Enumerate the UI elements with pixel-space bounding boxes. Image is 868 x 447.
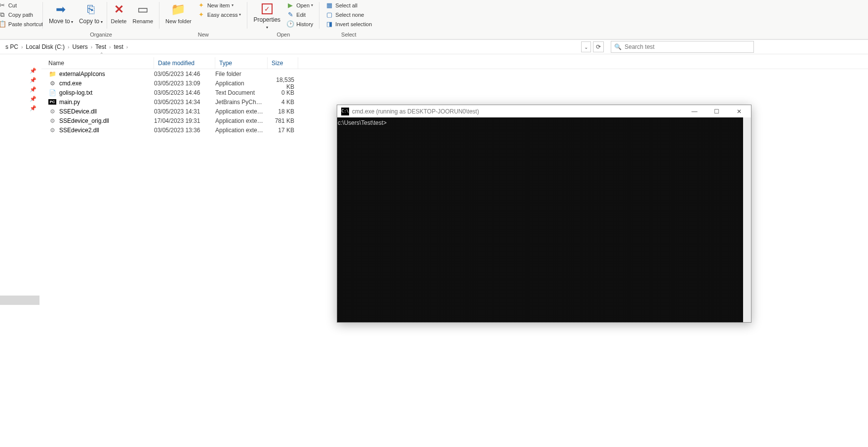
properties-button[interactable]: ✓ Properties▾ [250,0,283,31]
pin-icon: 📌 [0,94,41,104]
paste-shortcut-label: Paste shortcut [8,21,43,27]
invert-selection-label: Invert selection [335,21,372,27]
new-item-icon: ✦ [197,1,205,9]
select-none-button[interactable]: ▢Select none [324,10,373,19]
invert-selection-button[interactable]: ◨Invert selection [324,19,373,29]
address-dropdown[interactable]: ⌄ [581,41,591,52]
ribbon-group-new: 📁 New folder ✦New item▾ ✦Easy access▾ Ne… [160,0,246,39]
file-date: 03/05/2023 14:34 [154,99,215,106]
file-type: File folder [215,71,268,77]
file-name: cmd.exe [59,80,81,87]
file-row[interactable]: 📁externalAppIcons03/05/2023 14:46File fo… [41,69,868,78]
paste-shortcut-button[interactable]: 📋Paste shortcut [0,19,44,29]
file-row[interactable]: 📄golisp-log.txt03/05/2023 14:46Text Docu… [41,88,868,97]
select-none-icon: ▢ [325,11,333,19]
folder-icon: 📁 [48,70,56,78]
file-name: SSEDevice.dll [59,108,97,115]
delete-button[interactable]: ✕ Delete [108,0,130,31]
column-header-size[interactable]: Size [268,57,298,69]
edit-button[interactable]: ✎Edit [285,10,314,19]
cmd-titlebar[interactable]: C:\ cmd.exe (running as DESKTOP-JOORUN0\… [337,105,751,117]
new-folder-button[interactable]: 📁 New folder [162,0,195,31]
dll-file-icon: ⚙ [48,126,56,134]
breadcrumb[interactable]: s PC› Local Disk (C:)› Users› Test› test… [1,41,582,53]
pin-icon: 📌 [0,85,41,94]
breadcrumb-segment[interactable]: Local Disk (C:) [24,43,66,50]
pin-icon: 📌 [0,104,41,113]
navigation-pane[interactable]: 📌 📌 📌 📌 📌 [0,54,41,447]
file-type: Application exten... [215,117,268,124]
chevron-right-icon: › [20,44,24,50]
file-size: 781 KB [268,117,298,124]
cmd-prompt: c:\Users\Test\test> [338,119,387,126]
minimize-icon: — [692,108,698,115]
scanlines [337,117,751,322]
chevron-right-icon: › [89,44,94,50]
file-date: 03/05/2023 13:09 [154,80,215,87]
open-label: Open [296,2,310,8]
copy-to-label: Copy to ▾ [79,18,103,25]
copy-path-label: Copy path [8,12,33,18]
file-name: main.py [59,99,80,106]
rename-label: Rename [133,18,154,24]
cmd-window[interactable]: C:\ cmd.exe (running as DESKTOP-JOORUN0\… [337,105,751,323]
ribbon-group-select: ▦Select all ▢Select none ◨Invert selecti… [320,0,377,39]
easy-access-button[interactable]: ✦Easy access▾ [197,10,242,19]
move-to-icon: ➡ [53,1,69,17]
cmd-terminal[interactable]: c:\Users\Test\test> [337,117,751,322]
open-button[interactable]: ▶Open▾ [285,0,314,10]
edit-icon: ✎ [286,11,294,19]
refresh-button[interactable]: ⟳ [593,41,604,52]
nav-selected-item[interactable] [0,296,39,305]
cut-button[interactable]: ✂Cut [0,0,44,10]
breadcrumb-segment[interactable]: s PC [4,43,20,50]
copy-to-button[interactable]: ⎘ Copy to ▾ [76,0,106,31]
invert-selection-icon: ◨ [325,20,333,28]
select-none-label: Select none [335,12,364,18]
column-header-date[interactable]: Date modified [154,57,215,69]
column-header-type[interactable]: Type [215,57,268,69]
rename-button[interactable]: ▭ Rename [130,0,157,31]
ribbon: ✂Cut ⧉Copy path 📋Paste shortcut ➡ Move t… [0,0,868,39]
file-name: golisp-log.txt [59,89,92,96]
ribbon-group-organize: ➡ Move to ▾ ⎘ Copy to ▾ ✕ Delete ▭ Renam… [44,0,158,39]
file-row[interactable]: ⚙cmd.exe03/05/2023 13:09Application18,53… [41,78,868,88]
file-type: Application exten... [215,127,268,134]
cmd-scrollbar[interactable] [743,117,751,322]
minimize-button[interactable]: — [683,105,706,117]
separator [159,2,159,29]
file-type: JetBrains PyChar... [215,99,268,106]
file-type: Application [215,80,268,87]
text-file-icon: 📄 [48,89,56,97]
search-box[interactable]: 🔍 [611,41,754,53]
pin-icon: 📌 [0,66,41,75]
copy-path-button[interactable]: ⧉Copy path [0,10,44,19]
file-size: 4 KB [268,99,298,106]
search-input[interactable] [625,43,750,50]
close-button[interactable]: ✕ [728,105,750,117]
breadcrumb-segment[interactable]: test [112,43,124,50]
new-item-button[interactable]: ✦New item▾ [197,0,242,10]
file-size: 18 KB [268,108,298,115]
chevron-down-icon: ▾ [311,3,313,7]
close-icon: ✕ [737,108,742,115]
file-size: 18,535 KB [268,76,298,90]
breadcrumb-segment[interactable]: Users [71,43,89,50]
ribbon-group-clipboard: ✂Cut ⧉Copy path 📋Paste shortcut [0,0,41,39]
breadcrumb-segment[interactable]: Test [94,43,108,50]
ribbon-group-open: ✓ Properties▾ ▶Open▾ ✎Edit 🕑History Open [248,0,318,39]
move-to-button[interactable]: ➡ Move to ▾ [46,0,76,31]
maximize-button[interactable]: ☐ [706,105,728,117]
history-button[interactable]: 🕑History [285,19,314,29]
edit-label: Edit [296,12,306,18]
separator [247,2,247,29]
file-date: 17/04/2023 19:31 [154,117,215,124]
new-folder-label: New folder [165,18,192,24]
column-headers: Name Date modified Type Size [41,57,868,69]
address-bar: s PC› Local Disk (C:)› Users› Test› test… [0,39,868,54]
copy-to-icon: ⎘ [83,1,99,17]
select-all-button[interactable]: ▦Select all [324,0,373,10]
new-group-label: New [198,31,209,39]
column-header-name[interactable]: Name [41,57,154,69]
properties-label: Properties▾ [253,17,280,31]
